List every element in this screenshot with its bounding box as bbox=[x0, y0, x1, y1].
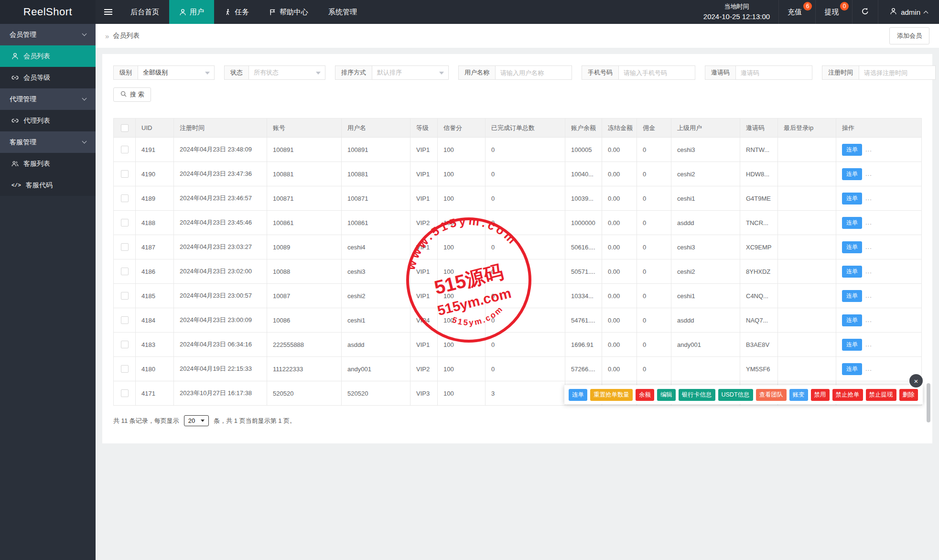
cell: 10040... bbox=[565, 162, 602, 186]
close-button[interactable]: × bbox=[909, 374, 923, 388]
more-actions-button[interactable]: ... bbox=[865, 170, 872, 177]
cell: 0 bbox=[486, 211, 565, 235]
action-button-reset-grab-count[interactable]: 重置抢单数量 bbox=[590, 389, 633, 401]
cell: 222555888 bbox=[267, 333, 342, 357]
sidebar-group-service-management[interactable]: 客服管理 bbox=[0, 131, 96, 153]
action-button-delete[interactable]: 删除 bbox=[899, 389, 918, 401]
more-actions-button[interactable]: ... bbox=[865, 219, 872, 226]
liandan-button[interactable]: 连单 bbox=[842, 363, 862, 375]
page-size-select[interactable]: 20 bbox=[184, 415, 209, 426]
action-button-usdt-info[interactable]: USDT信息 bbox=[718, 389, 753, 401]
nav-item-help[interactable]: 帮助中心 bbox=[259, 0, 318, 24]
add-member-button[interactable]: 添加会员 bbox=[889, 27, 929, 44]
cell: VIP1 bbox=[410, 333, 438, 357]
liandan-button[interactable]: 连单 bbox=[842, 217, 862, 229]
nav-item-tasks[interactable]: 任务 bbox=[214, 0, 259, 24]
row-checkbox[interactable] bbox=[121, 268, 129, 275]
cell: 520520 bbox=[342, 381, 410, 406]
liandan-button[interactable]: 连单 bbox=[842, 314, 862, 326]
action-button-ban-withdraw[interactable]: 禁止提现 bbox=[866, 389, 896, 401]
row-checkbox[interactable] bbox=[121, 170, 129, 178]
filter-select-status[interactable]: 所有状态 bbox=[249, 65, 325, 80]
liandan-button[interactable]: 连单 bbox=[842, 339, 862, 351]
filter-input-invite-code[interactable] bbox=[736, 65, 812, 80]
liandan-button[interactable]: 连单 bbox=[842, 266, 862, 278]
sidebar-group-member-management[interactable]: 会员管理 bbox=[0, 24, 96, 45]
recharge-button[interactable]: 充值 6 bbox=[778, 0, 815, 24]
cell: 100871 bbox=[342, 186, 410, 211]
select-all-checkbox[interactable] bbox=[121, 124, 129, 132]
filter-input-phone[interactable] bbox=[619, 65, 695, 80]
row-select-cell bbox=[114, 308, 136, 333]
filter-input-username[interactable] bbox=[496, 65, 572, 80]
liandan-button[interactable]: 连单 bbox=[842, 144, 862, 156]
action-button-account-change[interactable]: 账变 bbox=[789, 389, 808, 401]
sidebar-item-member-level[interactable]: 会员等级 bbox=[0, 67, 96, 88]
liandan-button[interactable]: 连单 bbox=[842, 290, 862, 302]
cell: 4184 bbox=[136, 308, 174, 333]
more-actions-button[interactable]: ... bbox=[865, 243, 872, 250]
sidebar-item-label: 会员列表 bbox=[23, 52, 50, 61]
more-actions-button[interactable]: ... bbox=[865, 341, 872, 348]
sidebar-group-agent-management[interactable]: 代理管理 bbox=[0, 88, 96, 110]
filter-input-reg-time[interactable] bbox=[859, 65, 936, 80]
liandan-button[interactable]: 连单 bbox=[842, 168, 862, 180]
row-select-cell bbox=[114, 162, 136, 186]
more-actions-button[interactable]: ... bbox=[865, 292, 872, 299]
cell: ceshi4 bbox=[342, 235, 410, 259]
cell: 10088 bbox=[267, 259, 342, 284]
filter-status: 状态所有状态 bbox=[224, 65, 325, 80]
action-button-ban-grab[interactable]: 禁止抢单 bbox=[832, 389, 863, 401]
action-button-balance[interactable]: 余额 bbox=[636, 389, 654, 401]
cell: RNTW... bbox=[740, 138, 778, 162]
filter-bar: 级别全部级别状态所有状态排序方式默认排序用户名称手机号码邀请码注册时间 bbox=[113, 65, 921, 80]
menu-toggle-button[interactable] bbox=[96, 0, 120, 24]
nav-item-home[interactable]: 后台首页 bbox=[120, 0, 169, 24]
row-checkbox[interactable] bbox=[121, 292, 129, 300]
filter-select-sort[interactable]: 默认排序 bbox=[372, 65, 449, 80]
more-actions-button[interactable]: ... bbox=[865, 146, 872, 153]
walk-icon bbox=[224, 9, 231, 16]
withdraw-button[interactable]: 提现 0 bbox=[815, 0, 852, 24]
admin-menu[interactable]: admin bbox=[878, 0, 939, 24]
more-actions-button[interactable]: ... bbox=[865, 194, 872, 202]
actions-cell: 连单... bbox=[836, 308, 922, 333]
row-checkbox[interactable] bbox=[121, 243, 129, 251]
sidebar-item-label: 客服代码 bbox=[26, 181, 53, 190]
sidebar-item-member-list[interactable]: 会员列表 bbox=[0, 45, 96, 67]
more-actions-button[interactable]: ... bbox=[865, 268, 872, 275]
action-button-bank-card-info[interactable]: 银行卡信息 bbox=[679, 389, 715, 401]
sidebar-item-service-code[interactable]: </>客服代码 bbox=[0, 174, 96, 196]
cell: 0 bbox=[637, 235, 671, 259]
action-button-view-team[interactable]: 查看团队 bbox=[756, 389, 787, 401]
cell bbox=[778, 235, 836, 259]
nav-item-system[interactable]: 系统管理 bbox=[318, 0, 367, 24]
row-checkbox[interactable] bbox=[121, 365, 129, 373]
sidebar-item-service-list[interactable]: 客服列表 bbox=[0, 153, 96, 174]
nav-item-users[interactable]: 用户 bbox=[169, 0, 214, 24]
cell: ceshi3 bbox=[342, 259, 410, 284]
cell: 4185 bbox=[136, 284, 174, 308]
liandan-button[interactable]: 连单 bbox=[842, 241, 862, 253]
scrollbar-thumb[interactable] bbox=[927, 383, 930, 422]
cell: 2024年04月23日 23:47:36 bbox=[174, 162, 267, 186]
action-button-liandan[interactable]: 连单 bbox=[569, 389, 587, 401]
row-checkbox[interactable] bbox=[121, 389, 129, 397]
sidebar: 会员管理会员列表会员等级代理管理代理列表客服管理客服列表</>客服代码 bbox=[0, 24, 96, 560]
more-actions-button[interactable]: ... bbox=[865, 365, 872, 372]
row-checkbox[interactable] bbox=[121, 219, 129, 226]
action-button-edit[interactable]: 编辑 bbox=[657, 389, 676, 401]
row-checkbox[interactable] bbox=[121, 316, 129, 324]
row-checkbox[interactable] bbox=[121, 146, 129, 153]
filter-select-level[interactable]: 全部级别 bbox=[138, 65, 215, 80]
more-actions-button[interactable]: ... bbox=[865, 316, 872, 323]
refresh-button[interactable] bbox=[852, 0, 878, 24]
liandan-button[interactable]: 连单 bbox=[842, 193, 862, 205]
row-checkbox[interactable] bbox=[121, 194, 129, 202]
cell: ceshi1 bbox=[671, 186, 740, 211]
sidebar-item-agent-list[interactable]: 代理列表 bbox=[0, 110, 96, 131]
main-content: 级别全部级别状态所有状态排序方式默认排序用户名称手机号码邀请码注册时间 搜 索 … bbox=[96, 48, 939, 560]
action-button-disable[interactable]: 禁用 bbox=[811, 389, 830, 401]
search-button[interactable]: 搜 索 bbox=[113, 87, 151, 102]
row-checkbox[interactable] bbox=[121, 341, 129, 348]
